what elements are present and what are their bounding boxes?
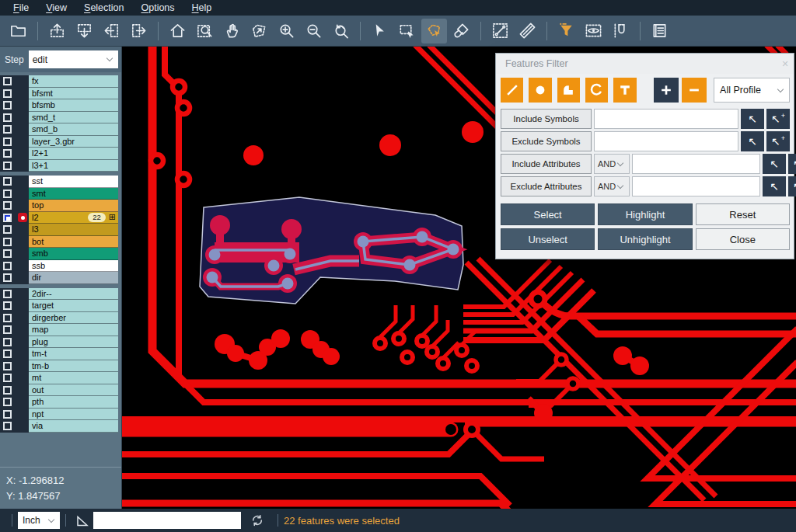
layer-name-l3[interactable]: l3 (29, 224, 118, 236)
layer-name-smb[interactable]: smb (29, 248, 118, 260)
select-button[interactable]: Select (501, 203, 595, 225)
layer-name-smt[interactable]: smt (29, 188, 118, 200)
layer-name-via[interactable]: via (29, 420, 118, 433)
include-symbols-input[interactable] (594, 109, 738, 129)
layer-name-mt[interactable]: mt (29, 372, 118, 384)
include-attributes-logic-select[interactable]: AND (594, 154, 630, 174)
layer-name-map[interactable]: map (29, 324, 118, 336)
exclude-attributes-button[interactable]: Exclude Attributes (501, 176, 592, 196)
layer-checkbox-sst[interactable] (3, 177, 12, 186)
zoom-in-button[interactable] (274, 19, 299, 43)
pan-up-button[interactable] (44, 19, 70, 43)
layer-checkbox-via[interactable] (3, 422, 12, 430)
close-button[interactable]: Close (696, 228, 790, 250)
exclude-attributes-logic-select[interactable]: AND (594, 176, 630, 196)
layer-checkbox-tm-t[interactable] (3, 349, 12, 358)
layer-name-dir[interactable]: dir (29, 272, 118, 284)
zoom-home-button[interactable] (165, 19, 190, 43)
reset-button[interactable]: Reset (696, 203, 790, 225)
include-attributes-button[interactable]: Include Attributes (501, 154, 592, 174)
include-symbols-button[interactable]: Include Symbols (501, 109, 592, 129)
pick-add-symbol-button[interactable]: ↖+ (766, 131, 790, 151)
active-layer-indicator[interactable] (18, 213, 27, 222)
layer-checkbox-bot[interactable] (3, 238, 12, 246)
layer-name-smd_t[interactable]: smd_t (29, 112, 118, 124)
layer-name-tm-t[interactable]: tm-t (29, 348, 118, 360)
open-file-button[interactable] (5, 19, 31, 43)
layer-checkbox-dir[interactable] (3, 273, 12, 282)
line-icon[interactable] (501, 78, 523, 103)
snap-button[interactable] (608, 19, 634, 43)
menu-help[interactable]: Help (183, 0, 221, 16)
layer-checkbox-l3[interactable] (3, 225, 12, 234)
layer-name-top[interactable]: top (29, 200, 118, 212)
menu-file[interactable]: File (5, 0, 37, 16)
view-window-button[interactable] (581, 19, 606, 43)
zoom-out-button[interactable] (301, 19, 326, 43)
layer-name-l2+1[interactable]: l2+1 (29, 148, 118, 160)
layer-checkbox-map[interactable] (3, 325, 12, 334)
layer-name-l2[interactable]: l222⊞ (29, 212, 118, 224)
pick-symbol-button[interactable]: ↖ (741, 131, 764, 151)
layer-name-pth[interactable]: pth (29, 396, 118, 409)
include-attributes-input[interactable] (632, 154, 760, 174)
layer-name-bot[interactable]: bot (29, 236, 118, 249)
add-icon[interactable] (654, 78, 679, 103)
layer-name-plug[interactable]: plug (29, 336, 118, 349)
layer-checkbox-smb[interactable] (3, 249, 12, 258)
layer-name-target[interactable]: target (29, 300, 118, 312)
layer-name-dirgerber[interactable]: dirgerber (29, 312, 118, 325)
layer-checkbox-plug[interactable] (3, 338, 12, 346)
layer-checkbox-l2+1[interactable] (3, 149, 12, 158)
menu-selection[interactable]: Selection (75, 0, 132, 16)
layer-checkbox-l3+1[interactable] (3, 162, 12, 170)
surface-icon[interactable] (557, 78, 580, 103)
layer-checkbox-ssb[interactable] (3, 262, 12, 270)
pad-icon[interactable] (529, 78, 551, 103)
zoom-object-button[interactable] (246, 19, 272, 43)
step-select[interactable]: edit (29, 50, 118, 68)
close-icon[interactable]: ✕ (777, 59, 794, 69)
text-icon[interactable] (613, 78, 636, 103)
pick-symbol-button[interactable]: ↖ (741, 109, 764, 129)
layer-checkbox-dirgerber[interactable] (3, 314, 12, 322)
pan-hand-button[interactable] (219, 19, 245, 43)
layer-checkbox-bfsmb[interactable] (3, 101, 12, 110)
remove-icon[interactable] (682, 78, 707, 103)
layer-checkbox-tm-b[interactable] (3, 362, 12, 370)
rectangle-select-button[interactable] (394, 19, 420, 43)
polygon-select-button[interactable] (421, 19, 447, 43)
layer-checkbox-out[interactable] (3, 386, 12, 395)
unhighlight-button[interactable]: Unhighlight (598, 228, 692, 250)
pick-attribute-button[interactable]: ↖ (763, 176, 786, 196)
layer-name-fx[interactable]: fx (29, 75, 118, 88)
pan-left-button[interactable] (99, 19, 124, 43)
pick-add-attribute-button[interactable]: ↖+ (788, 176, 796, 196)
layer-name-bfsmt[interactable]: bfsmt (29, 88, 118, 100)
layer-checkbox-smd_t[interactable] (3, 113, 12, 122)
arc-icon[interactable] (585, 78, 608, 103)
exclude-attributes-input[interactable] (632, 176, 760, 196)
layer-name-2dir--[interactable]: 2dir-- (29, 288, 118, 301)
pan-down-button[interactable] (72, 19, 97, 43)
clean-brush-button[interactable] (449, 19, 474, 43)
features-filter-button[interactable] (553, 19, 579, 43)
layer-checkbox-layer_3.gbr[interactable] (3, 137, 12, 146)
selected-region[interactable] (200, 197, 463, 304)
layer-checkbox-2dir--[interactable] (3, 290, 12, 298)
layer-checkbox-bfsmt[interactable] (3, 89, 12, 98)
layer-checkbox-npt[interactable] (3, 410, 12, 419)
pick-add-symbol-button[interactable]: ↖+ (766, 109, 790, 129)
layer-checkbox-fx[interactable] (3, 77, 12, 85)
measure-line-button[interactable] (487, 19, 513, 43)
pick-add-attribute-button[interactable]: ↖+ (788, 154, 796, 174)
exclude-symbols-input[interactable] (594, 131, 738, 151)
layer-checkbox-target[interactable] (3, 301, 12, 310)
units-select[interactable]: Inch (18, 512, 60, 529)
menu-options[interactable]: Options (132, 0, 183, 16)
grid-icon[interactable]: ⊞ (109, 213, 116, 221)
layer-name-ssb[interactable]: ssb (29, 260, 118, 273)
angle-measure-icon[interactable] (75, 513, 90, 528)
report-button[interactable] (647, 19, 672, 43)
layer-checkbox-top[interactable] (3, 201, 12, 210)
